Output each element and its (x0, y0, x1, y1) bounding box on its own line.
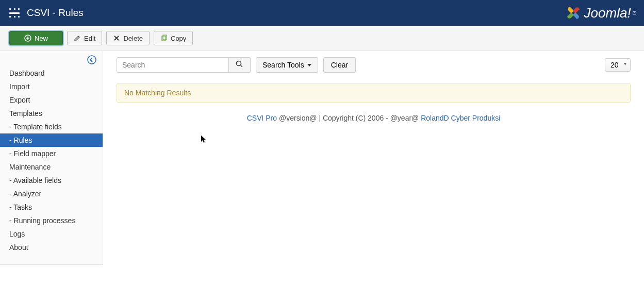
sidebar-item-rules[interactable]: - Rules (0, 133, 103, 147)
search-input[interactable] (117, 57, 229, 73)
filter-row: Search Tools Clear 20 (117, 57, 631, 73)
delete-label: Delete (123, 35, 143, 42)
copy-button[interactable]: Copy (154, 31, 193, 45)
sidebar-item-logs[interactable]: Logs (0, 227, 103, 241)
page-title: CSVI - Rules (27, 7, 84, 19)
pencil-icon (74, 35, 81, 42)
search-group (117, 57, 251, 73)
app-header: CSVI - Rules Joomla!® (0, 0, 644, 26)
sidebar-list: Dashboard Import Export Templates - Temp… (0, 66, 103, 254)
alert-message: No Matching Results (124, 89, 191, 97)
footer-link-roland[interactable]: RolandD Cyber Produksi (421, 114, 500, 122)
sidebar-item-maintenance[interactable]: Maintenance (0, 160, 103, 174)
limit-select[interactable]: 20 (605, 58, 631, 72)
main-area: Dashboard Import Export Templates - Temp… (0, 51, 644, 265)
sidebar-item-running-processes[interactable]: - Running processes (0, 214, 103, 227)
sidebar-item-import[interactable]: Import (0, 80, 103, 93)
x-icon (113, 35, 120, 42)
copy-icon (160, 35, 168, 42)
copy-label: Copy (171, 35, 186, 42)
sidebar-item-tasks[interactable]: - Tasks (0, 200, 103, 214)
sidebar: Dashboard Import Export Templates - Temp… (0, 51, 103, 265)
joomla-mark-icon (565, 5, 582, 21)
search-tools-label: Search Tools (262, 61, 304, 69)
collapse-icon[interactable] (87, 55, 96, 66)
footer-middle: @version@ | Copyright (C) 2006 - @year@ (277, 114, 421, 122)
sidebar-item-available-fields[interactable]: - Available fields (0, 174, 103, 187)
delete-button[interactable]: Delete (106, 31, 150, 45)
sidebar-item-template-fields[interactable]: - Template fields (0, 120, 103, 133)
search-button[interactable] (229, 57, 251, 73)
sidebar-item-field-mapper[interactable]: - Field mapper (0, 147, 103, 160)
toolbar: New Edit Delete Copy (0, 26, 644, 51)
svg-point-8 (237, 61, 241, 66)
brand-name: Joomla! (584, 5, 631, 21)
registered-icon: ® (633, 10, 636, 16)
caret-down-icon (307, 64, 311, 66)
sidebar-item-analyzer[interactable]: - Analyzer (0, 187, 103, 200)
svg-line-9 (241, 65, 242, 67)
search-tools-button[interactable]: Search Tools (256, 57, 318, 73)
footer-link-csvi[interactable]: CSVI Pro (247, 114, 277, 122)
clear-button[interactable]: Clear (323, 57, 356, 73)
new-button[interactable]: New (9, 31, 63, 45)
sidebar-item-dashboard[interactable]: Dashboard (0, 66, 103, 80)
sidebar-item-about[interactable]: About (0, 241, 103, 254)
sidebar-item-export[interactable]: Export (0, 93, 103, 107)
sidebar-item-templates[interactable]: Templates (0, 107, 103, 120)
content: Search Tools Clear 20 No Matching Result… (103, 51, 644, 265)
edit-button[interactable]: Edit (67, 31, 102, 45)
header-left: CSVI - Rules (9, 7, 84, 19)
edit-label: Edit (84, 35, 95, 42)
svg-rect-5 (162, 36, 166, 41)
no-results-alert: No Matching Results (117, 83, 631, 103)
footer-text: CSVI Pro @version@ | Copyright (C) 2006 … (117, 114, 631, 122)
joomla-logo: Joomla!® (565, 5, 636, 21)
new-label: New (35, 35, 48, 42)
svg-rect-6 (163, 35, 167, 40)
plus-icon (24, 35, 31, 42)
limit-select-wrap: 20 (605, 58, 631, 72)
svg-point-7 (88, 56, 96, 64)
menu-icon[interactable] (9, 8, 20, 18)
search-icon (236, 60, 243, 70)
